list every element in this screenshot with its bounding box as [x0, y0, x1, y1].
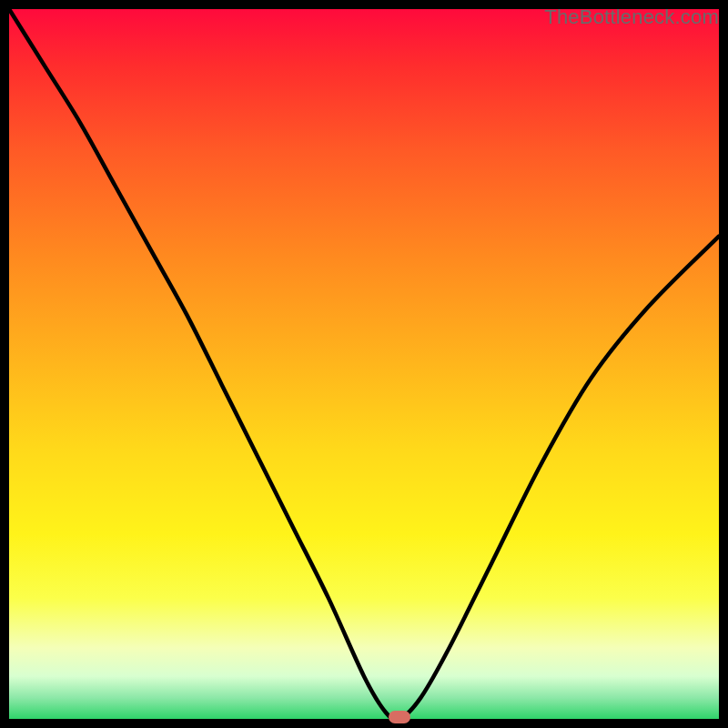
chart-curve-layer — [9, 9, 719, 719]
bottleneck-curve — [9, 9, 719, 720]
watermark-text: TheBottleneck.com — [544, 5, 719, 29]
chart-frame: TheBottleneck.com — [0, 0, 728, 728]
minimum-marker — [389, 711, 410, 723]
